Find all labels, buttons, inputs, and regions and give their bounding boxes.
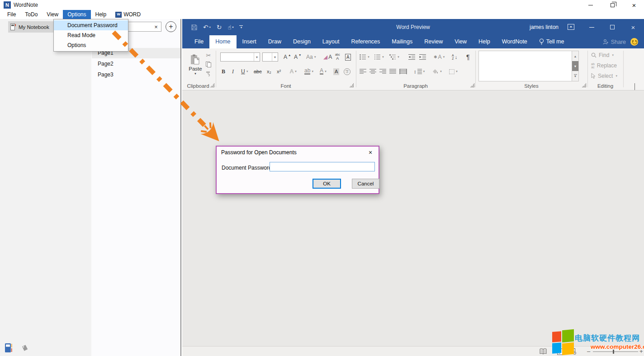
italic-button[interactable]: I — [232, 67, 234, 76]
menu-options[interactable]: Options — [63, 10, 90, 19]
distribute-button[interactable] — [399, 67, 407, 76]
enclose-characters-button[interactable]: 字 — [344, 67, 350, 76]
superscript-button[interactable]: x² — [277, 67, 281, 76]
font-color-button[interactable]: A▼ — [320, 67, 327, 76]
sort-button[interactable]: AZ↓ — [452, 52, 457, 62]
word-maximize-button[interactable] — [603, 19, 622, 35]
font-size-input[interactable] — [263, 53, 272, 61]
feedback-smiley-icon[interactable] — [630, 38, 638, 46]
font-dialog-launcher[interactable] — [350, 83, 354, 87]
show-formatting-marks-button[interactable]: ¶ — [466, 52, 470, 62]
page-list-item-page3[interactable]: Page3 — [92, 70, 180, 80]
notebooks-icon[interactable] — [5, 343, 14, 353]
cut-icon[interactable]: ✂ — [204, 51, 213, 60]
styles-gallery-scrollbar[interactable]: ▲ ▼ ▼ — [572, 51, 578, 81]
font-name-combo[interactable]: ▼ — [220, 52, 260, 62]
cancel-button[interactable]: Cancel — [352, 179, 379, 189]
character-shading-button[interactable]: A — [333, 67, 339, 76]
zoom-slider-track[interactable] — [593, 351, 638, 352]
tab-design[interactable]: Design — [287, 35, 317, 48]
align-center-button[interactable] — [369, 67, 376, 76]
close-button[interactable]: × — [626, 0, 642, 10]
font-size-dropdown-icon[interactable]: ▼ — [272, 53, 278, 61]
minimize-button[interactable] — [582, 0, 599, 10]
word-minimize-button[interactable] — [582, 19, 601, 35]
menu-view[interactable]: View — [42, 10, 63, 19]
styles-scroll-up-icon[interactable]: ▲ — [572, 51, 578, 61]
tab-home[interactable]: Home — [209, 35, 236, 48]
read-mode-icon[interactable] — [540, 348, 547, 355]
change-case-button[interactable]: Aa▼ — [306, 52, 317, 62]
bullets-button[interactable]: ▼ — [360, 52, 370, 62]
shading-button[interactable]: ▼ — [432, 67, 442, 76]
add-page-button[interactable]: + — [166, 21, 176, 32]
character-border-icon[interactable]: A — [345, 52, 351, 62]
menu-word[interactable]: W WORD — [111, 10, 145, 19]
find-button[interactable]: Find▼ — [591, 52, 614, 58]
notebook-item[interactable]: My Notebook — [8, 21, 58, 33]
highlight-color-button[interactable]: ab▼ — [304, 67, 314, 76]
styles-more-icon[interactable]: ▼ — [572, 71, 578, 81]
zoom-in-button[interactable]: + — [639, 347, 643, 356]
strikethrough-button[interactable]: abc — [254, 67, 262, 76]
bold-button[interactable]: B — [222, 67, 225, 76]
numbering-button[interactable]: ▼ — [374, 52, 384, 62]
multilevel-list-button[interactable]: ▼ — [389, 52, 400, 62]
format-painter-icon[interactable] — [204, 69, 213, 78]
collapse-ribbon-icon[interactable] — [635, 84, 635, 90]
touch-mode-icon[interactable]: ☝▾ — [227, 24, 233, 31]
print-layout-icon[interactable] — [557, 348, 563, 355]
font-name-dropdown-icon[interactable]: ▼ — [254, 53, 260, 61]
tab-file[interactable]: File — [189, 35, 209, 48]
decrease-indent-button[interactable] — [408, 52, 415, 62]
zoom-out-button[interactable]: – — [587, 347, 590, 356]
tab-layout[interactable]: Layout — [317, 35, 346, 48]
word-close-button[interactable]: × — [624, 19, 643, 35]
paste-button[interactable]: Paste ▼ — [187, 50, 204, 79]
tab-tell-me[interactable]: Tell me — [533, 35, 570, 48]
tab-review[interactable]: Review — [418, 35, 449, 48]
tab-draw[interactable]: Draw — [262, 35, 287, 48]
styles-gallery[interactable]: ▲ ▼ ▼ — [478, 51, 579, 81]
tags-icon[interactable] — [21, 344, 29, 352]
ribbon-display-options-icon[interactable] — [568, 24, 574, 30]
undo-icon[interactable]: ↶▾ — [203, 24, 211, 31]
align-right-button[interactable] — [379, 67, 386, 76]
redo-icon[interactable]: ↻ — [217, 24, 222, 31]
menu-item-options[interactable]: Options — [54, 40, 128, 50]
subscript-button[interactable]: x₂ — [267, 67, 271, 76]
phonetic-guide-icon[interactable]: abcA — [335, 52, 340, 62]
clipboard-dialog-launcher[interactable] — [210, 83, 214, 87]
search-clear-icon[interactable]: × — [151, 24, 161, 30]
tab-mailings[interactable]: Mailings — [386, 35, 418, 48]
document-area[interactable] — [182, 90, 644, 346]
styles-dialog-launcher[interactable] — [582, 83, 586, 87]
share-button[interactable]: Share — [598, 35, 630, 48]
shrink-font-button[interactable]: A▼ — [294, 52, 301, 62]
replace-button[interactable]: abac Replace — [591, 62, 617, 69]
text-effects-button[interactable]: A▼ — [290, 67, 297, 76]
tab-view[interactable]: View — [449, 35, 473, 48]
zoom-slider-handle[interactable] — [613, 350, 614, 354]
user-name[interactable]: james linton — [530, 19, 559, 35]
menu-help[interactable]: Help — [91, 10, 111, 19]
select-button[interactable]: Select▼ — [591, 73, 618, 79]
tab-wordnote[interactable]: WordNote — [496, 35, 533, 48]
menu-file[interactable]: File — [3, 10, 20, 19]
document-password-input[interactable] — [270, 162, 375, 171]
align-left-button[interactable] — [360, 67, 366, 76]
styles-scroll-down-icon[interactable]: ▼ — [572, 61, 578, 71]
font-name-input[interactable] — [221, 53, 254, 61]
paragraph-dialog-launcher[interactable] — [470, 83, 474, 87]
clear-formatting-icon[interactable]: ◢A — [323, 52, 332, 62]
justify-button[interactable] — [389, 67, 396, 76]
asian-layout-button[interactable]: ✱A▼ — [434, 52, 445, 62]
web-layout-icon[interactable] — [569, 348, 576, 355]
tab-references[interactable]: References — [345, 35, 386, 48]
font-size-combo[interactable]: ▼ — [262, 52, 278, 62]
borders-button[interactable]: ▼ — [449, 67, 458, 76]
underline-button[interactable]: U▼ — [241, 67, 249, 76]
customize-qat-icon[interactable]: ▼ — [239, 25, 243, 29]
menu-item-read-mode[interactable]: Read Mode — [54, 30, 128, 40]
restore-button[interactable] — [604, 0, 620, 10]
